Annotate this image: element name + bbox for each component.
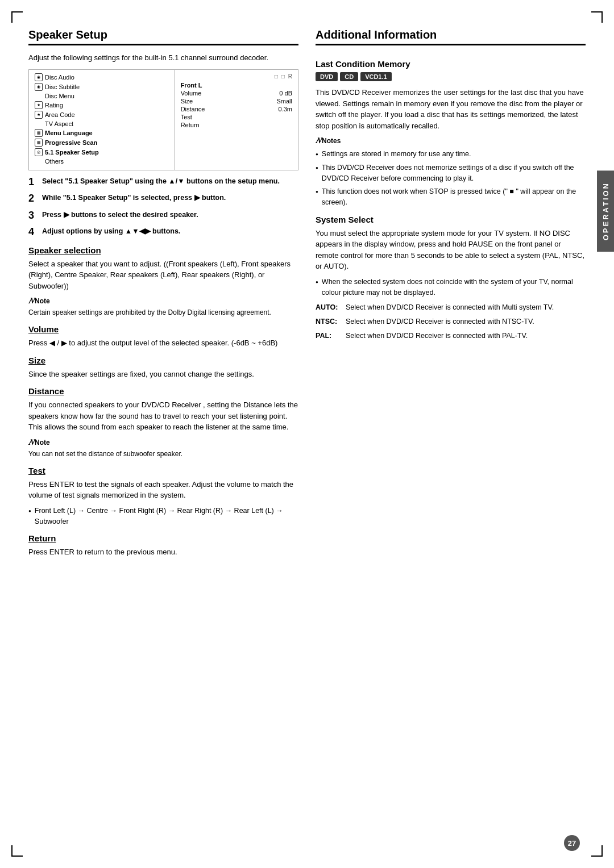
menu-item: ▦ Progressive Scan (35, 139, 169, 147)
page-number: 27 (564, 835, 580, 851)
menu-item: ▦ Menu Language (35, 129, 169, 137)
right-section-title: Additional Information (316, 28, 586, 45)
note-1: Note Certain speaker settings are prohib… (28, 296, 298, 318)
side-tab: OPERATION (597, 170, 614, 252)
menu-left: ◉ Disc Audio ◉ Disc Subtitle Disc Menu ★… (29, 70, 175, 170)
prog-icon: ▦ (35, 139, 43, 147)
system-select-text: You must select the appropriate system m… (316, 228, 586, 272)
note-item-3: This function does not work when STOP is… (316, 186, 586, 208)
menu-item: ◉ Disc Audio (35, 73, 169, 81)
last-condition-title: Last Condition Memory (316, 59, 586, 69)
volume-title: Volume (28, 324, 298, 334)
pal-term: PAL: (316, 331, 341, 341)
note-2-title: Note (28, 437, 298, 447)
return-title: Return (28, 533, 298, 543)
rating-icon: ★ (35, 101, 43, 109)
notes-title: Notes (316, 136, 586, 145)
speaker-selection-text: Select a speaker that you want to adjust… (28, 258, 298, 292)
distance-title: Distance (28, 386, 298, 396)
last-condition-text: This DVD/CD Receiver memorizes the user … (316, 87, 586, 131)
disc-icon: ◉ (35, 73, 43, 81)
ntsc-text: Select when DVD/CD Receiver is connected… (346, 316, 534, 327)
menu-table: ◉ Disc Audio ◉ Disc Subtitle Disc Menu ★… (28, 69, 298, 170)
last-condition-notes: Notes Settings are stored in memory for … (316, 136, 586, 208)
left-section-title: Speaker Setup (28, 28, 298, 45)
step-1: 1 Select "5.1 Speaker Setup" using the ▲… (28, 176, 298, 189)
menu-item: ★ Area Code (35, 111, 169, 119)
vcd-badge: VCD1.1 (360, 72, 392, 81)
left-column: Speaker Setup Adjust the following setti… (28, 28, 298, 562)
menu-right-row: Distance 0.3m (181, 106, 292, 112)
menu-right-row: Size Small (181, 98, 292, 105)
return-text: Press ENTER to return to the previous me… (28, 546, 298, 558)
cd-badge: CD (340, 72, 358, 81)
steps-list: 1 Select "5.1 Speaker Setup" using the ▲… (28, 176, 298, 239)
menu-item-selected: ◎ 5.1 Speaker Setup (35, 148, 169, 156)
test-title: Test (28, 466, 298, 475)
note-1-title: Note (28, 296, 298, 306)
pal-text: Select when DVD/CD Receiver is connected… (346, 331, 528, 341)
speaker-icon: ◎ (35, 148, 43, 156)
step-3: 3 Press ▶ buttons to select the desired … (28, 210, 298, 222)
ntsc-term: NTSC: (316, 316, 341, 327)
menu-right-row: Test (181, 114, 292, 120)
test-bullet-list: Front Left (L) → Centre → Front Right (R… (28, 506, 298, 527)
corner-mark-br (591, 845, 603, 857)
corner-mark-tr (591, 11, 603, 23)
note-1-text: Certain speaker settings are prohibited … (28, 307, 298, 318)
step-2: 2 While "5.1 Speaker Setup" is selected,… (28, 193, 298, 205)
menu-right-row: Return (181, 122, 292, 128)
menu-right-row: Volume 0 dB (181, 90, 292, 97)
menu-icon: ▦ (35, 129, 43, 137)
size-text: Since the speaker settings are fixed, yo… (28, 369, 298, 380)
auto-text: Select when DVD/CD Receiver is connected… (346, 302, 554, 313)
badge-group: DVD CD VCD1.1 (316, 72, 586, 81)
right-column: Additional Information Last Condition Me… (316, 28, 586, 562)
ntsc-def: NTSC: Select when DVD/CD Receiver is con… (316, 316, 586, 327)
menu-item: ★ Rating (35, 101, 169, 109)
size-title: Size (28, 356, 298, 365)
note-2: Note You can not set the distance of sub… (28, 437, 298, 459)
speaker-selection-title: Speaker selection (28, 245, 298, 255)
note-item-2: This DVD/CD Receiver does not memorize s… (316, 162, 586, 184)
auto-def: AUTO: Select when DVD/CD Receiver is con… (316, 302, 586, 313)
definitions-list: AUTO: Select when DVD/CD Receiver is con… (316, 302, 586, 341)
dvd-badge: DVD (316, 72, 338, 81)
left-intro: Adjust the following settings for the bu… (28, 52, 298, 64)
pal-def: PAL: Select when DVD/CD Receiver is conn… (316, 331, 586, 341)
notes-list: Settings are stored in memory for use an… (316, 149, 586, 208)
menu-item: ◉ Disc Subtitle (35, 83, 169, 91)
menu-item: Disc Menu (35, 93, 169, 99)
system-select-title: System Select (316, 215, 586, 224)
system-select-bullets: When the selected system does not coinci… (316, 277, 586, 298)
test-bullet: Front Left (L) → Centre → Front Right (R… (28, 506, 298, 527)
volume-text: Press ◀ / ▶ to adjust the output level o… (28, 337, 298, 349)
test-text: Press ENTER to test the signals of each … (28, 479, 298, 501)
corner-mark-bl (11, 845, 23, 857)
note-2-text: You can not set the distance of subwoofe… (28, 449, 298, 459)
menu-item: TV Aspect (35, 120, 169, 127)
system-select-bullet-1: When the selected system does not coinci… (316, 277, 586, 298)
menu-item: Others (35, 158, 169, 165)
page-content: Speaker Setup Adjust the following setti… (28, 28, 586, 562)
menu-right: □ □ R Front L Volume 0 dB Size Small (175, 70, 298, 170)
step-4: 4 Adjust options by using ▲▼◀▶ buttons. (28, 226, 298, 239)
corner-mark-tl (11, 11, 23, 23)
auto-term: AUTO: (316, 302, 341, 313)
menu-right-row: Front L (181, 82, 292, 89)
note-item-1: Settings are stored in memory for use an… (316, 149, 586, 160)
disc-icon2: ◉ (35, 83, 43, 91)
distance-text: If you connected speakers to your DVD/CD… (28, 399, 298, 433)
area-icon: ★ (35, 111, 43, 119)
